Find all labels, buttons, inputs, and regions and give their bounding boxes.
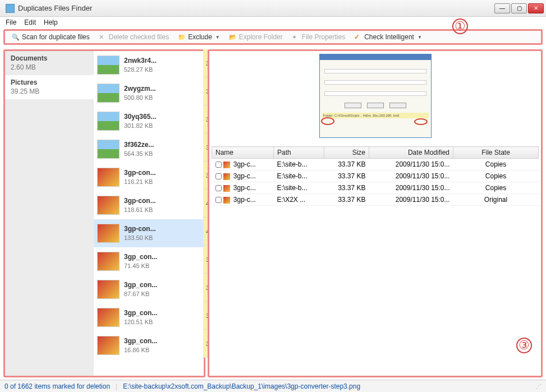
check-intelligent-button[interactable]: Check Intelligent▼: [350, 32, 426, 42]
file-icon: [223, 197, 230, 204]
menu-help[interactable]: Help: [44, 19, 58, 26]
thumbnail-icon: [97, 56, 120, 75]
thumbnail-name: 2nwk3r4...: [124, 57, 157, 66]
folder-icon: [178, 33, 186, 41]
thumbnail-icon: [97, 308, 120, 327]
file-icon: [223, 162, 230, 168]
thumbnail-name: 3gp_con...: [124, 337, 157, 346]
thumbnail-icon: [97, 280, 120, 299]
thumbnail-size: 87.67 KB: [124, 290, 157, 298]
thumbnail-row[interactable]: 3gp_con...71.45 KB: [94, 247, 204, 275]
workspace: ② Documents 2.60 MB Pictures 39.25 MB 2n…: [0, 47, 546, 380]
delete-button: Delete checked files: [94, 32, 173, 42]
thumbnail-row[interactable]: 30yq365...301.82 KB: [94, 107, 204, 135]
thumbnail-row[interactable]: 3gp_con...16.86 KB: [94, 331, 204, 359]
menu-file[interactable]: File: [6, 19, 16, 26]
preview-pane: Folder: C:\X2xsoft\Duplv... %Ext. 3bu,15…: [209, 51, 541, 141]
col-state[interactable]: File State: [453, 147, 539, 159]
table-row[interactable]: 3gp-c...E:\site-b...33.37 KB2009/11/30 1…: [212, 159, 539, 170]
thumbnail-list[interactable]: 2nwk3r4...528.27 KB2wygzm...500.80 KB30y…: [94, 51, 204, 376]
thumbnail-icon: [97, 140, 120, 159]
thumbnail-icon: [97, 84, 120, 103]
row-checkbox[interactable]: [215, 197, 222, 203]
window-title: Duplicates Files Finder: [18, 4, 493, 12]
thumbnail-name: 3gp_con...: [124, 309, 157, 318]
folder-item[interactable]: Documents 2.60 MB: [5, 51, 94, 75]
thumbnail-row[interactable]: 3gp-con...116.21 KB: [94, 163, 204, 191]
left-panel: ② Documents 2.60 MB Pictures 39.25 MB 2n…: [3, 49, 205, 377]
thumbnail-name: 3f362ze...: [124, 141, 154, 150]
thumbnail-size: 564.35 KB: [124, 150, 154, 158]
app-icon: [6, 4, 15, 13]
annotation-1: ①: [452, 19, 468, 34]
thumbnail-row[interactable]: 3f362ze...564.35 KB: [94, 135, 204, 163]
thumbnail-name: 3gp-con...: [124, 197, 156, 206]
thumbnail-row[interactable]: 3gp_con...87.67 KB: [94, 275, 204, 303]
col-path[interactable]: Path: [274, 147, 324, 159]
col-name[interactable]: Name: [212, 147, 274, 159]
file-icon: [223, 185, 230, 192]
row-checkbox[interactable]: [215, 185, 222, 191]
explore-icon: [229, 33, 237, 41]
row-checkbox[interactable]: [215, 173, 222, 179]
thumbnail-name: 30yq365...: [124, 113, 156, 122]
thumbnail-name: 3gp_con...: [124, 281, 157, 290]
table-row[interactable]: 3gp-c...E:\X2X ...33.37 KB2009/11/30 15:…: [212, 194, 539, 206]
delete-icon: [99, 33, 107, 41]
thumbnail-size: 71.45 KB: [124, 262, 157, 270]
thumbnail-icon: [97, 196, 120, 215]
duplicates-grid: Name Path Size Date Modified File State …: [212, 146, 539, 373]
thumbnail-name: 3gp-con...: [124, 169, 156, 178]
col-date[interactable]: Date Modified: [369, 147, 453, 159]
thumbnail-icon: [97, 168, 120, 187]
close-button[interactable]: ✕: [528, 3, 544, 13]
exclude-button[interactable]: Exclude▼: [173, 32, 224, 42]
thumbnail-name: 2wygzm...: [124, 85, 156, 94]
thumbnail-row[interactable]: 3gp_con...120.51 KB: [94, 303, 204, 331]
thumbnail-size: 528.27 KB: [124, 66, 157, 73]
table-row[interactable]: 3gp-c...E:\site-b...33.37 KB2009/11/30 1…: [212, 170, 539, 182]
thumbnail-icon: [97, 336, 120, 355]
maximize-button[interactable]: ▢: [511, 3, 527, 13]
thumbnail-icon: [97, 252, 120, 271]
thumbnail-size: 120.51 KB: [124, 318, 157, 326]
file-icon: [223, 173, 230, 180]
toolbar: ① Scan for duplicate files Delete checke…: [3, 29, 543, 45]
thumbnail-row[interactable]: 3gp-con...133.50 KB: [94, 219, 204, 247]
preview-image: Folder: C:\X2xsoft\Duplv... %Ext. 3bu,15…: [319, 54, 432, 138]
minimize-button[interactable]: —: [494, 3, 510, 13]
status-marked: 0 of 1662 items marked for deletion: [4, 382, 110, 390]
search-icon: [12, 33, 20, 41]
explore-button: Explore Folder: [224, 32, 287, 42]
menu-edit[interactable]: Edit: [24, 19, 36, 26]
thumbnail-row[interactable]: 2wygzm...500.80 KB: [94, 79, 204, 107]
check-icon: [354, 33, 362, 41]
status-bar: 0 of 1662 items marked for deletion | E:…: [0, 380, 546, 392]
thumbnail-size: 118.61 KB: [124, 206, 156, 214]
chevron-down-icon: ▼: [417, 35, 422, 40]
scan-button[interactable]: Scan for duplicate files: [7, 32, 94, 42]
thumbnail-icon: [97, 112, 120, 131]
right-panel: ③ Folder: C:\X2xsoft\Duplv... %Ext. 3bu,…: [208, 49, 543, 377]
row-checkbox[interactable]: [215, 162, 222, 168]
thumbnail-size: 500.80 KB: [124, 94, 156, 102]
thumbnail-row[interactable]: 3gp-con...118.61 KB: [94, 191, 204, 219]
thumbnail-size: 16.86 KB: [124, 346, 157, 354]
properties-icon: [292, 33, 300, 41]
folder-list: Documents 2.60 MB Pictures 39.25 MB: [5, 51, 94, 376]
resize-grip[interactable]: ⋰: [536, 383, 542, 389]
thumbnail-name: 3gp-con...: [124, 225, 156, 234]
thumbnail-size: 301.82 KB: [124, 122, 156, 130]
thumbnail-size: 116.21 KB: [124, 178, 156, 186]
properties-button: File Properties: [287, 32, 350, 42]
chevron-down-icon: ▼: [215, 35, 220, 40]
folder-item[interactable]: Pictures 39.25 MB: [5, 75, 94, 99]
title-bar: Duplicates Files Finder — ▢ ✕: [0, 0, 546, 17]
thumbnail-size: 133.50 KB: [124, 234, 156, 242]
table-row[interactable]: 3gp-c...E:\site-b...33.37 KB2009/11/30 1…: [212, 182, 539, 194]
col-size[interactable]: Size: [324, 147, 369, 159]
thumbnail-name: 3gp_con...: [124, 253, 157, 262]
status-path: E:\site-backup\x2xsoft.com_Backup\Backup…: [123, 382, 360, 390]
thumbnail-row[interactable]: 2nwk3r4...528.27 KB: [94, 51, 204, 79]
thumbnail-icon: [97, 224, 120, 243]
